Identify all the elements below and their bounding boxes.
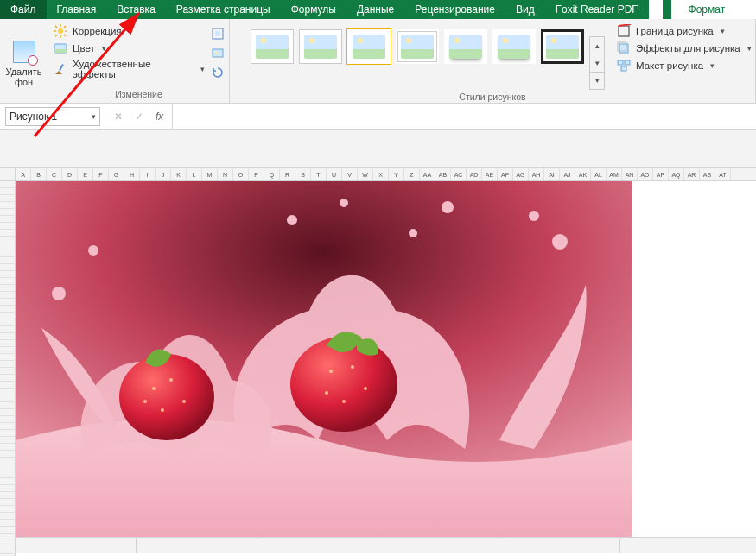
row-header[interactable] bbox=[0, 195, 15, 202]
col-header[interactable]: AQ bbox=[669, 168, 684, 180]
col-header[interactable]: M bbox=[202, 168, 218, 180]
tab-foxit[interactable]: Foxit Reader PDF bbox=[545, 0, 649, 19]
row-header[interactable] bbox=[0, 430, 15, 437]
tab-format[interactable]: Формат bbox=[671, 0, 743, 19]
col-header[interactable]: E bbox=[78, 168, 93, 180]
col-header[interactable]: T bbox=[311, 168, 327, 180]
row-header[interactable] bbox=[0, 471, 15, 478]
row-header[interactable] bbox=[0, 292, 15, 299]
cancel-formula-icon[interactable]: ✕ bbox=[114, 111, 123, 123]
row-header[interactable] bbox=[0, 264, 15, 271]
reset-picture-button[interactable] bbox=[210, 65, 226, 80]
gallery-scroll[interactable]: ▴▾▾ bbox=[589, 36, 605, 90]
sheet-tab[interactable] bbox=[499, 538, 620, 553]
row-header[interactable] bbox=[0, 347, 15, 354]
col-header[interactable]: K bbox=[171, 168, 187, 180]
picture-style-6[interactable] bbox=[492, 29, 536, 64]
sheet-tab[interactable] bbox=[16, 538, 137, 553]
col-header[interactable]: AE bbox=[482, 168, 498, 180]
row-header[interactable] bbox=[0, 547, 15, 554]
picture-border-button[interactable]: Граница рисунка▾ bbox=[617, 24, 752, 38]
col-header[interactable]: AO bbox=[638, 168, 653, 180]
col-header[interactable]: AK bbox=[575, 168, 591, 180]
row-header[interactable] bbox=[0, 243, 15, 250]
col-header[interactable]: AR bbox=[684, 168, 700, 180]
col-header[interactable]: X bbox=[373, 168, 389, 180]
picture-style-2[interactable] bbox=[299, 29, 342, 64]
row-header[interactable] bbox=[0, 520, 15, 527]
col-header[interactable]: A bbox=[16, 168, 31, 180]
col-header[interactable]: I bbox=[140, 168, 156, 180]
row-header[interactable] bbox=[0, 409, 15, 416]
row-header[interactable] bbox=[0, 285, 15, 292]
col-header[interactable]: AI bbox=[544, 168, 560, 180]
tab-home[interactable]: Главная bbox=[47, 0, 107, 19]
sheet-tab[interactable] bbox=[257, 538, 378, 553]
row-header[interactable] bbox=[0, 278, 15, 285]
col-header[interactable]: R bbox=[280, 168, 295, 180]
tab-view[interactable]: Вид bbox=[505, 0, 545, 19]
col-header[interactable]: L bbox=[187, 168, 202, 180]
row-header[interactable] bbox=[0, 319, 15, 326]
row-header[interactable] bbox=[0, 492, 15, 499]
corrections-button[interactable]: Коррекция▾ bbox=[54, 24, 205, 38]
row-header[interactable] bbox=[0, 333, 15, 340]
tab-data[interactable]: Данные bbox=[346, 0, 404, 19]
select-all-corner[interactable] bbox=[0, 168, 16, 181]
col-header[interactable]: AN bbox=[622, 168, 638, 180]
col-header[interactable]: S bbox=[295, 168, 311, 180]
col-header[interactable]: B bbox=[31, 168, 47, 180]
row-header[interactable] bbox=[0, 375, 15, 382]
row-header[interactable] bbox=[0, 188, 15, 195]
row-header[interactable] bbox=[0, 389, 15, 395]
row-header[interactable] bbox=[0, 216, 15, 223]
col-header[interactable]: P bbox=[249, 168, 264, 180]
col-header[interactable]: Q bbox=[264, 168, 280, 180]
artistic-effects-button[interactable]: Художественные эффекты▾ bbox=[54, 59, 205, 79]
column-headers[interactable]: ABCDEFGHIJKLMNOPQRSTUVWXYZAAABACADAEAFAG… bbox=[16, 168, 756, 181]
col-header[interactable]: AM bbox=[607, 168, 622, 180]
col-header[interactable]: N bbox=[218, 168, 233, 180]
accept-formula-icon[interactable]: ✓ bbox=[135, 111, 143, 123]
picture-style-4[interactable] bbox=[396, 29, 439, 64]
row-header[interactable] bbox=[0, 237, 15, 243]
sheet-tab[interactable] bbox=[137, 538, 257, 553]
row-header[interactable] bbox=[0, 499, 15, 506]
col-header[interactable]: AT bbox=[715, 168, 731, 180]
row-header[interactable] bbox=[0, 250, 15, 257]
tab-pagelayout[interactable]: Разметка страницы bbox=[166, 0, 281, 19]
col-header[interactable]: D bbox=[62, 168, 78, 180]
row-header[interactable] bbox=[0, 271, 15, 278]
row-header[interactable] bbox=[0, 326, 15, 333]
col-header[interactable]: AF bbox=[498, 168, 513, 180]
col-header[interactable]: W bbox=[358, 168, 373, 180]
row-header[interactable] bbox=[0, 230, 15, 237]
row-header[interactable] bbox=[0, 181, 15, 188]
col-header[interactable]: AS bbox=[700, 168, 715, 180]
row-header[interactable] bbox=[0, 395, 15, 402]
col-header[interactable]: F bbox=[93, 168, 109, 180]
row-header[interactable] bbox=[0, 354, 15, 361]
row-header[interactable] bbox=[0, 485, 15, 492]
row-header[interactable] bbox=[0, 423, 15, 430]
row-header[interactable] bbox=[0, 416, 15, 423]
row-header[interactable] bbox=[0, 458, 15, 464]
row-header[interactable] bbox=[0, 299, 15, 306]
row-header[interactable] bbox=[0, 506, 15, 513]
col-header[interactable]: C bbox=[47, 168, 62, 180]
row-header[interactable] bbox=[0, 534, 15, 540]
color-button[interactable]: Цвет▾ bbox=[54, 41, 205, 55]
row-header[interactable] bbox=[0, 437, 15, 444]
row-header[interactable] bbox=[0, 313, 15, 319]
col-header[interactable]: AJ bbox=[560, 168, 575, 180]
col-header[interactable]: AC bbox=[451, 168, 467, 180]
col-header[interactable]: J bbox=[156, 168, 171, 180]
row-header[interactable] bbox=[0, 527, 15, 534]
inserted-picture[interactable] bbox=[16, 181, 632, 537]
row-header[interactable] bbox=[0, 464, 15, 471]
col-header[interactable]: V bbox=[342, 168, 358, 180]
remove-background-button[interactable]: Удалить фон bbox=[0, 19, 48, 103]
col-header[interactable]: AP bbox=[653, 168, 669, 180]
picture-style-7[interactable] bbox=[541, 29, 584, 64]
row-header[interactable] bbox=[0, 451, 15, 458]
